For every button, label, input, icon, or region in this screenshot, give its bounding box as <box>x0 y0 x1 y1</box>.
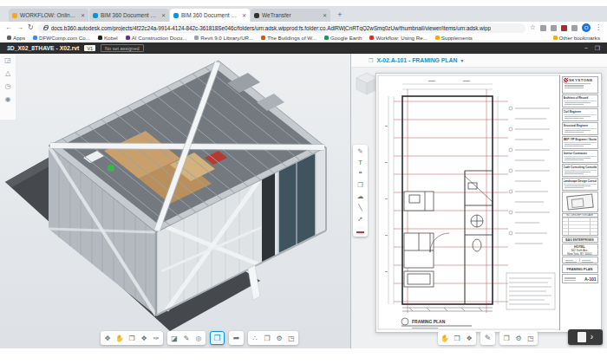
bookmark-star-icon[interactable]: ☆ <box>530 24 536 31</box>
fit-to-view-button[interactable]: ❖ <box>139 333 150 344</box>
wall-opening <box>262 172 275 263</box>
pan-button[interactable]: ✋ <box>440 333 451 344</box>
reload-button[interactable]: ↻ <box>28 24 34 31</box>
bookmark-favicon <box>98 36 102 40</box>
sheet-title-link[interactable]: X-02.A-101 - FRAMING PLAN <box>376 57 457 63</box>
url-field[interactable]: docs.b360.autodesk.com/projects/4f22c24a… <box>38 23 525 33</box>
restore-icon[interactable]: ❐ <box>595 45 600 52</box>
tab-favicon <box>12 13 17 18</box>
tab-bim360-2-active[interactable]: BIM 360 Document Management ✕ <box>170 9 250 22</box>
titleblock-section-header: Code Consulting Consultant <box>564 166 597 171</box>
sheet-navigator[interactable]: › <box>568 329 603 345</box>
key-plan <box>562 192 598 212</box>
close-icon[interactable]: ✕ <box>161 12 166 18</box>
measure-button[interactable]: ✎ <box>480 331 495 345</box>
close-icon[interactable]: ✕ <box>242 12 246 18</box>
first-person-button[interactable]: ✑ <box>151 333 162 344</box>
tab-wetransfer[interactable]: WeTransfer ✕ <box>251 9 330 22</box>
arrow-button[interactable]: ➚ <box>355 214 366 224</box>
back-button[interactable]: ← <box>5 24 12 31</box>
zoom-window-icon: ❒ <box>454 335 460 342</box>
close-icon[interactable]: ✕ <box>323 12 327 18</box>
line-button[interactable]: ╲ <box>355 203 366 212</box>
text-button[interactable]: T <box>355 158 366 167</box>
pan-button[interactable]: ✋ <box>114 333 126 344</box>
levels-icon[interactable]: △ <box>5 70 10 77</box>
orbit-icon: ✥ <box>105 335 111 342</box>
titleblock-section-header: Structural Engineer <box>564 124 597 129</box>
tab-bim360-1[interactable]: BIM 360 Document Management ✕ <box>89 9 169 22</box>
forward-button[interactable]: → <box>16 24 23 31</box>
extension-icon[interactable] <box>540 25 546 31</box>
explode-icon[interactable]: ◲ <box>4 57 11 64</box>
settings-button[interactable]: ⚙ <box>274 333 285 344</box>
sheet-viewer-pane[interactable]: ❐ X-02.A-101 - FRAMING PLAN ▾ ✎ T ❝ ❒ ☁ … <box>351 54 607 348</box>
3d-model-canvas[interactable] <box>0 54 350 348</box>
bookmark-favicon <box>369 36 374 40</box>
minimize-icon[interactable]: − <box>584 45 588 52</box>
section-button[interactable]: ◪ <box>169 333 180 344</box>
explode-model-button[interactable]: ◎ <box>193 333 205 344</box>
orbit-button[interactable]: ✥ <box>102 333 114 344</box>
model-browser-button[interactable]: ∴ <box>250 333 261 344</box>
bookmark-label: The Buildings of W... <box>267 35 317 41</box>
chevron-down-icon[interactable]: ▾ <box>460 57 463 63</box>
bookmark-favicon <box>324 36 329 40</box>
model-viewer-pane[interactable]: ◲ △ ◷ ◉ ✥ ✋ ❒ ❖ ✑ ◪ ✎ ◎ ❐ ➦ ∴ ❐ <box>0 54 350 348</box>
other-bookmarks[interactable]: Other bookmarks <box>553 35 600 41</box>
measure-button[interactable]: ✎ <box>181 333 193 344</box>
client-name: BAG ENTERPRISES INC. <box>564 238 597 243</box>
first-person-icon: ✑ <box>153 335 160 342</box>
fullscreen-button[interactable]: ◳ <box>286 333 297 344</box>
bookmark-label: DFWComp.com Co... <box>39 35 90 41</box>
bookmark-item[interactable]: The Buildings of W... <box>261 35 317 41</box>
version-badge[interactable]: V1 <box>84 45 95 51</box>
properties-button[interactable]: ❐ <box>501 333 512 344</box>
bookmark-item[interactable]: Google Earth <box>324 35 362 41</box>
tab-workflow-whiteboard[interactable]: WORKFLOW: Online Whiteboar ✕ <box>9 9 88 22</box>
other-bookmarks-label: Other bookmarks <box>559 35 600 41</box>
bookmark-item[interactable]: DFWComp.com Co... <box>33 35 90 41</box>
green-element <box>108 165 114 172</box>
share-link-button[interactable]: ➦ <box>229 331 244 345</box>
next-sheet-icon[interactable]: › <box>591 333 593 341</box>
browser-menu-icon[interactable]: ⋮ <box>595 24 602 31</box>
settings-button[interactable]: ⚙ <box>513 333 525 344</box>
drawing-sheet[interactable]: FRAMING PLAN SKYSTONE Architect of Recor… <box>375 73 602 333</box>
bookmark-item[interactable]: Kobel <box>98 35 118 41</box>
views-icon[interactable]: ◷ <box>5 83 11 90</box>
settings-dot-icon[interactable]: ◉ <box>5 96 11 103</box>
freehand-icon: ✎ <box>357 147 362 155</box>
bookmark-label: Kobel <box>104 35 118 41</box>
close-icon[interactable]: ✕ <box>81 12 85 18</box>
set-status-badge[interactable]: No set assigned <box>101 44 143 52</box>
bookmark-item[interactable]: Supplements <box>435 35 473 41</box>
fit-to-view-button[interactable]: ❖ <box>464 333 475 344</box>
pan-icon: ✋ <box>441 335 449 342</box>
extension-icon[interactable] <box>561 25 567 31</box>
freehand-button[interactable]: ✎ <box>355 146 366 156</box>
bookmarks-bar: Apps DFWComp.com Co... Kobel AI Construc… <box>0 34 607 42</box>
extension-icon[interactable] <box>551 25 557 31</box>
skystone-logo-text: SKYSTONE <box>569 78 593 82</box>
color-swatch-button[interactable] <box>355 225 366 235</box>
bookmark-item[interactable]: AI Construction Docu... <box>126 35 187 41</box>
callout-button[interactable]: ❝ <box>355 169 366 179</box>
zoom-window-button[interactable]: ❒ <box>127 333 138 344</box>
zoom-window-button[interactable]: ❒ <box>452 333 463 344</box>
bookmark-label: AI Construction Docu... <box>132 35 187 41</box>
profile-avatar[interactable]: O <box>582 23 591 32</box>
bookmark-item[interactable]: Revit 9.0 Library/UR... <box>194 35 253 41</box>
bookmark-item[interactable]: Apps <box>7 35 25 41</box>
rectangle-button[interactable]: ❒ <box>355 180 366 190</box>
titleblock-section-header: MEP / FP Engineer / Sustainability <box>564 138 597 143</box>
extension-icon[interactable] <box>571 25 578 31</box>
properties-button[interactable]: ❐ <box>262 333 273 344</box>
bookmark-favicon <box>194 36 199 40</box>
cloud-button[interactable]: ☁ <box>355 192 366 201</box>
bookmark-item[interactable]: Workflow: Using Re... <box>369 35 427 41</box>
fullscreen-button[interactable]: ◳ <box>525 333 537 344</box>
minimap-toggle-button[interactable]: ❐ <box>210 331 225 345</box>
new-tab-button[interactable]: + <box>335 10 345 20</box>
text-icon: T <box>358 159 362 166</box>
